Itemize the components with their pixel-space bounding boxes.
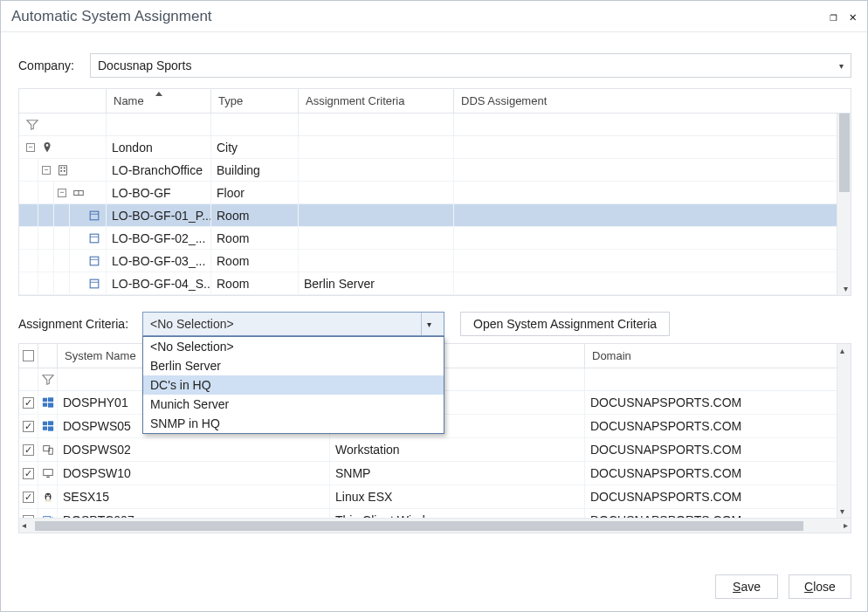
funnel-icon[interactable]	[42, 374, 54, 386]
system-row[interactable]: ✓SESX15Linux ESXDOCUSNAPSPORTS.COM	[19, 485, 851, 509]
floor-icon	[72, 186, 86, 200]
sys-cell-check: ✓	[19, 462, 38, 485]
tree-cell-criteria: Berlin Server	[299, 272, 454, 294]
svg-rect-26	[43, 470, 52, 476]
scroll-down-icon[interactable]: ▾	[840, 506, 844, 516]
maximize-icon[interactable]: ❐	[830, 10, 837, 24]
collapse-icon[interactable]: −	[42, 166, 51, 175]
svg-rect-18	[42, 402, 46, 406]
tree-expand-cell: −	[19, 182, 107, 203]
criteria-combo[interactable]: <No Selection> ▾	[142, 312, 444, 336]
tree-row[interactable]: LO-BO-GF-03_...Room	[19, 250, 851, 272]
sys-cell-icon	[38, 438, 58, 461]
criteria-label: Assignment Criteria:	[18, 317, 142, 331]
criteria-option[interactable]: Munich Server	[143, 395, 444, 414]
criteria-option[interactable]: SNMP in HQ	[143, 414, 444, 433]
criteria-option[interactable]: Berlin Server	[143, 356, 444, 375]
sys-filter-domain[interactable]	[585, 368, 851, 390]
save-button[interactable]: Save	[715, 574, 778, 599]
tree-scrollbar[interactable]: ▾	[837, 113, 851, 295]
window-title: Automatic System Assignment	[11, 8, 830, 25]
tree-cell-dds	[454, 159, 851, 181]
scroll-up-icon[interactable]: ▴	[840, 346, 844, 355]
tree-filter-dds[interactable]	[454, 113, 851, 135]
checkbox-icon[interactable]	[23, 350, 34, 361]
tree-filter-icon-cell	[19, 113, 107, 135]
sys-header-check[interactable]	[19, 344, 38, 368]
sys-scrollbar-v[interactable]: ▴ ▾	[837, 344, 851, 518]
tree-filter-type[interactable]	[211, 113, 299, 135]
svg-rect-4	[60, 170, 62, 172]
tree-row[interactable]: −LO-BO-GFFloor	[19, 182, 851, 204]
checkbox-icon[interactable]: ✓	[23, 468, 34, 479]
svg-rect-10	[90, 234, 99, 243]
criteria-dropdown: <No Selection>Berlin ServerDC's in HQMun…	[142, 336, 444, 434]
funnel-icon[interactable]	[26, 119, 38, 131]
tree-cell-name: LO-BO-GF	[107, 182, 211, 203]
linux-icon	[42, 491, 54, 503]
scroll-left-icon[interactable]: ◂	[22, 520, 26, 530]
scroll-right-icon[interactable]: ▸	[844, 520, 848, 530]
checkbox-icon[interactable]: ✓	[23, 492, 34, 503]
sys-cell-type: Linux ESX	[330, 485, 585, 508]
tree-cell-criteria	[299, 136, 454, 158]
company-label: Company:	[18, 58, 90, 72]
tree-cell-dds	[454, 227, 851, 249]
tree-row[interactable]: −LO-BranchOfficeBuilding	[19, 159, 851, 182]
checkbox-icon[interactable]: ✓	[23, 444, 34, 456]
collapse-icon[interactable]: −	[26, 143, 35, 152]
criteria-option[interactable]: DC's in HQ	[143, 375, 444, 395]
close-icon[interactable]: ✕	[850, 10, 857, 24]
checkbox-icon[interactable]: ✓	[23, 421, 34, 432]
tree-expand-cell	[19, 272, 107, 294]
tree-row[interactable]: LO-BO-GF-02_...Room	[19, 227, 851, 250]
sys-cell-icon	[38, 485, 58, 508]
svg-rect-2	[60, 167, 62, 168]
tree-cell-criteria	[299, 204, 454, 226]
tree-expand-cell	[19, 204, 107, 226]
svg-rect-1	[59, 165, 67, 175]
close-button[interactable]: Close	[789, 574, 851, 599]
collapse-icon[interactable]: −	[58, 189, 66, 197]
tree-filter-name[interactable]	[107, 113, 211, 135]
scroll-down-icon[interactable]: ▾	[844, 284, 848, 293]
window-root: Automatic System Assignment ❐ ✕ Company:…	[0, 0, 868, 612]
chevron-down-icon: ▾	[839, 61, 844, 71]
tree-filter-criteria[interactable]	[299, 113, 454, 135]
company-value: Docusnap Sports	[98, 58, 191, 72]
tree-cell-dds	[454, 136, 851, 158]
criteria-option[interactable]: <No Selection>	[143, 337, 444, 356]
tree-row[interactable]: −LondonCity	[19, 136, 851, 159]
sys-hscroll-thumb[interactable]	[35, 521, 803, 531]
tree-scroll-thumb[interactable]	[839, 113, 850, 192]
open-criteria-button[interactable]: Open System Assignment Criteria	[460, 312, 670, 336]
tree-cell-type: Room	[211, 272, 299, 294]
sys-cell-icon	[38, 415, 58, 437]
company-combo[interactable]: Docusnap Sports ▾	[90, 53, 851, 78]
room-icon	[87, 209, 101, 223]
footer-buttons: Save Close	[715, 574, 851, 599]
tree-cell-name: London	[107, 136, 211, 158]
sys-header-domain[interactable]: Domain	[585, 344, 851, 368]
tree-expand-cell: −	[19, 159, 107, 181]
tree-row[interactable]: LO-BO-GF-04_S...RoomBerlin Server	[19, 272, 851, 295]
sys-cell-name: DOSPSW10	[58, 462, 330, 485]
tree-cell-dds	[454, 204, 851, 226]
company-row: Company: Docusnap Sports ▾	[18, 53, 851, 78]
sys-cell-name: SESX15	[58, 485, 330, 508]
system-row[interactable]: ✓DOSPSW10SNMPDOCUSNAPSPORTS.COM	[19, 462, 851, 485]
titlebar: Automatic System Assignment ❐ ✕	[1, 1, 867, 32]
content-area: Company: Docusnap Sports ▾ Name Type Ass…	[1, 32, 867, 611]
tree-header-type[interactable]: Type	[211, 89, 299, 113]
tree-row[interactable]: LO-BO-GF-01_P...Room	[19, 204, 851, 227]
checkbox-icon[interactable]: ✓	[23, 397, 34, 409]
tree-header-name[interactable]: Name	[107, 89, 211, 113]
tree-cell-name: LO-BranchOffice	[107, 159, 211, 181]
sys-scrollbar-h[interactable]: ◂ ▸	[19, 518, 851, 533]
tree-cell-type: Building	[211, 159, 299, 181]
tree-header-dds[interactable]: DDS Assigement	[454, 89, 851, 113]
windows-icon	[42, 420, 54, 432]
system-row[interactable]: ✓DOSPWS02WorkstationDOCUSNAPSPORTS.COM	[19, 438, 851, 462]
room-icon	[87, 254, 101, 268]
tree-header-criteria[interactable]: Assignment Criteria	[299, 89, 454, 113]
